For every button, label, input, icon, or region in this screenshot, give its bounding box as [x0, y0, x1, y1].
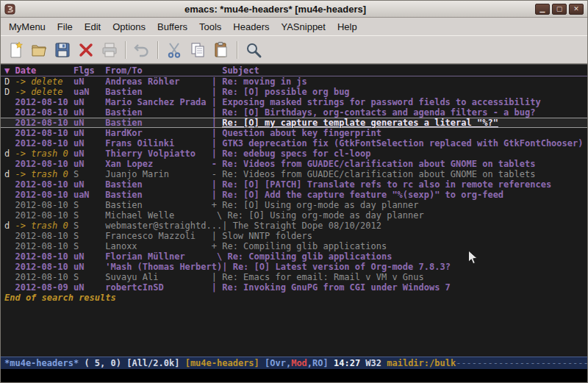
menu-item-options[interactable]: Options: [107, 19, 151, 35]
window-controls: ▁ ▢ ✕: [535, 4, 584, 15]
message-subject: Re: Emacs for email: Rmail v VM v Gnus: [222, 272, 424, 282]
thread-indicator: \: [212, 210, 228, 221]
message-row[interactable]: 2012-08-10SFrancesco Mazzoli| Slow NNTP …: [1, 231, 587, 241]
message-subject: Re: [O] Using org-mode as day planner: [227, 210, 423, 221]
minibuffer[interactable]: [1, 369, 587, 382]
open-folder-icon: [30, 41, 48, 59]
message-flags: uN: [74, 97, 105, 107]
paste-icon: [212, 41, 230, 59]
menu-item-headers[interactable]: Headers: [227, 19, 275, 35]
message-from: Michael Welle: [105, 210, 211, 221]
header-date-sort[interactable]: ▼ Date: [4, 65, 74, 76]
message-subject: Re: [O] Using org-mode as day planner: [222, 200, 418, 210]
message-row[interactable]: 2012-08-10uNBastien| Re: [O] [PATCH] Tra…: [1, 179, 587, 190]
message-flags: uN: [74, 159, 105, 169]
message-row[interactable]: d -> trash 0Swebmaster@straightd...| The…: [1, 221, 587, 231]
message-from: Frans Oilinki: [105, 138, 211, 148]
thread-indicator: |: [212, 128, 222, 138]
copy-icon: [189, 41, 207, 59]
modeline-frame: W32: [365, 358, 387, 368]
thread-indicator: |: [212, 179, 222, 190]
print-button[interactable]: [98, 39, 121, 61]
message-row[interactable]: 2012-08-10uNBastien| Re: [O] Birthdays, …: [1, 107, 587, 118]
message-row[interactable]: 2012-08-10uN'Mash (Thomas Herbert)| Re: …: [1, 262, 587, 272]
message-flags: uaN: [74, 87, 105, 97]
message-row[interactable]: 2012-08-10SBastien+ Re: [O] Using org-mo…: [1, 200, 587, 210]
modeline-time: 14:27: [334, 358, 365, 368]
menu-item-tools[interactable]: Tools: [193, 19, 227, 35]
search-button[interactable]: [243, 39, 265, 61]
date-or-mark-cell: 2012-08-10: [4, 272, 74, 282]
message-row-current[interactable]: 2012-08-10uNBastien| Re: [O] my capture …: [1, 118, 587, 128]
menu-item-buffers[interactable]: Buffers: [151, 19, 193, 35]
message-row[interactable]: d -> trash 0uNThierry Volpiatto| Re: ede…: [1, 148, 587, 159]
message-subject: The Straight Dope 08/10/2012: [233, 221, 381, 231]
date-or-mark-cell: d -> trash 0: [4, 221, 74, 231]
message-flags: uN: [74, 128, 105, 138]
message-flags: S: [74, 272, 105, 282]
cut-icon: [165, 41, 183, 59]
message-row[interactable]: 2012-08-10uNHardKor| Question about key …: [1, 128, 587, 138]
message-date: 2012-08-10: [4, 272, 68, 282]
titlebar[interactable]: emacs: *mu4e-headers* [mu4e-headers] ▁ ▢…: [1, 1, 587, 18]
save-button[interactable]: [51, 39, 74, 61]
cut-button[interactable]: [163, 39, 185, 61]
search-icon: [245, 41, 262, 59]
message-row[interactable]: D -> deleteuNAndreas Röhler| Re: moving …: [1, 76, 587, 87]
message-from: Florian Müllner: [105, 251, 211, 262]
close-button[interactable]: ✕: [569, 4, 584, 15]
message-row[interactable]: 2012-08-10SLanoxx+ Re: Compiling glib ap…: [1, 241, 587, 251]
new-file-button[interactable]: [4, 39, 26, 61]
thread-indicator: -: [212, 159, 222, 169]
message-from: Juanjo Marin: [105, 169, 211, 179]
message-date: 2012-08-10: [4, 251, 68, 262]
message-row[interactable]: 2012-08-10uaNBastien| Re: [O] Add the ca…: [1, 190, 587, 200]
modeline-buffer-name[interactable]: *mu4e-headers*: [4, 358, 79, 368]
message-flags: uaN: [74, 190, 105, 200]
menu-item-yasnippet[interactable]: YASnippet: [275, 19, 331, 35]
thread-indicator: |: [222, 262, 232, 272]
message-date: 2012-08-10: [4, 241, 68, 251]
paste-button[interactable]: [210, 39, 232, 61]
undo-button[interactable]: [131, 39, 153, 61]
thread-indicator: |: [212, 76, 222, 87]
date-or-mark-cell: 2012-08-10: [4, 262, 74, 272]
message-flags: S: [74, 210, 105, 221]
modeline-major-mode[interactable]: [mu4e-headers]: [185, 358, 265, 368]
message-from: robertcInSD: [105, 282, 211, 293]
message-row[interactable]: 2012-08-10uNXan Lopez- Re: Videos from G…: [1, 159, 587, 169]
message-date: 2012-08-10: [4, 107, 68, 118]
message-row[interactable]: 2012-08-10SSuvayu Ali| Re: Emacs for ema…: [1, 272, 587, 282]
message-row[interactable]: 2012-08-10uNFlorian Müllner \ Re: Compil…: [1, 251, 587, 262]
mu4e-headers-buffer: ▼ DateFlgsFrom/ToSubject D -> deleteuNAn…: [1, 64, 587, 382]
message-flags: S: [74, 200, 105, 210]
date-or-mark-cell: 2012-08-10: [4, 210, 74, 221]
message-subject: Re: [O] Latest version of Org-mode 7.8.3…: [233, 262, 451, 272]
message-row[interactable]: 2012-08-10uNFrans Oilinki| GTK3 deprecat…: [1, 138, 587, 148]
open-folder-button[interactable]: [28, 39, 50, 61]
message-row[interactable]: D -> deleteuaNBastien| Re: [O] possible …: [1, 87, 587, 97]
menu-item-help[interactable]: Help: [331, 19, 363, 35]
thread-indicator: |: [212, 190, 222, 200]
message-flags: uN: [74, 251, 105, 262]
copy-button[interactable]: [187, 39, 209, 61]
thread-indicator: +: [212, 200, 222, 210]
message-row[interactable]: d -> trash 0SJuanjo Marin- Re: Videos fr…: [1, 169, 587, 179]
message-date: 2012-08-10: [4, 231, 68, 241]
message-row[interactable]: 2012-08-10uNMario Sanchez Prada| Exposin…: [1, 97, 587, 107]
message-subject: Re: [O] possible org bug: [222, 87, 349, 97]
message-row[interactable]: 2012-08-10SMichael Welle \ Re: [O] Using…: [1, 210, 587, 221]
menu-item-edit[interactable]: Edit: [79, 19, 107, 35]
menu-item-file[interactable]: File: [51, 19, 79, 35]
message-from: Suvayu Ali: [105, 272, 211, 282]
message-subject: Re: Compiling glib applications: [227, 251, 392, 262]
menu-item-mymenu[interactable]: MyMenu: [3, 19, 51, 35]
maximize-button[interactable]: ▢: [552, 4, 567, 15]
message-from: HardKor: [105, 128, 211, 138]
close-buffer-button[interactable]: [75, 39, 97, 61]
mark-char: d: [4, 221, 15, 231]
minimize-button[interactable]: ▁: [535, 4, 550, 15]
message-row[interactable]: 2012-08-09uNrobertcInSD| Re: Invoking Gn…: [1, 282, 587, 293]
message-date: 2012-08-10: [4, 210, 68, 221]
message-flags: uN: [74, 148, 105, 159]
